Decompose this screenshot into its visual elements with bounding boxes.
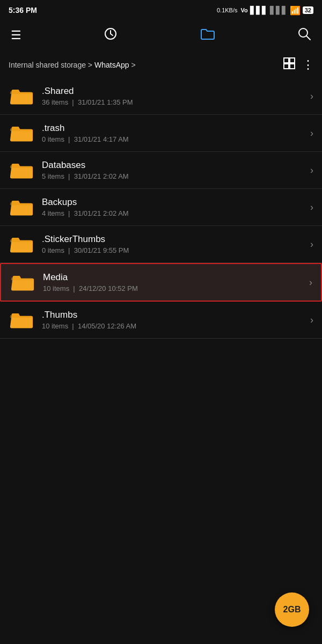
breadcrumb: Internal shared storage > WhatsApp > [9, 61, 283, 69]
chevron-right-icon: › [310, 165, 313, 176]
folder-icon-wrap [9, 157, 34, 183]
search-icon[interactable] [297, 27, 311, 44]
battery-icon: 32 [303, 6, 313, 14]
svg-rect-4 [290, 58, 295, 63]
folder-name: .trash [42, 123, 306, 134]
chevron-right-icon: › [310, 239, 313, 250]
folder-icon [10, 232, 33, 256]
folder-icon-wrap [9, 194, 34, 220]
chevron-right-icon: › [310, 202, 313, 213]
folder-icon-wrap [9, 120, 34, 146]
fab-label: 2GB [283, 605, 301, 614]
folder-info: .Shared 36 items | 31/01/21 1:35 PM [42, 86, 306, 106]
more-options-icon[interactable]: ⋮ [302, 58, 313, 72]
menu-icon[interactable]: ☰ [11, 28, 21, 42]
folder-info: Databases 5 items | 31/01/21 2:02 AM [42, 160, 306, 180]
svg-rect-6 [290, 64, 295, 69]
storage-fab[interactable]: 2GB [275, 592, 309, 627]
folder-icon [10, 121, 33, 145]
folder-item[interactable]: .Thumbs 10 items | 14/05/20 12:26 AM › [0, 302, 322, 339]
svg-rect-3 [284, 58, 289, 63]
grid-view-icon[interactable] [283, 57, 296, 72]
status-time: 5:36 PM [9, 6, 37, 14]
chevron-right-icon: › [309, 277, 312, 288]
breadcrumb-root[interactable]: Internal shared storage [9, 61, 86, 69]
folder-item[interactable]: .Shared 36 items | 31/01/21 1:35 PM › [0, 78, 322, 115]
folder-item[interactable]: Media 10 items | 24/12/20 10:52 PM › [0, 263, 322, 302]
folder-info: .StickerThumbs 0 items | 30/01/21 9:55 P… [42, 234, 306, 254]
folder-meta: 0 items | 30/01/21 9:55 PM [42, 246, 306, 254]
network-type: Vo [241, 7, 248, 13]
folder-icon [10, 308, 33, 332]
folder-icon-wrap [9, 231, 34, 257]
folder-info: Media 10 items | 24/12/20 10:52 PM [43, 272, 305, 292]
breadcrumb-row: Internal shared storage > WhatsApp > ⋮ [0, 52, 322, 78]
folder-meta: 10 items | 14/05/20 12:26 AM [42, 322, 306, 330]
folder-icon [10, 158, 33, 182]
history-icon[interactable] [104, 27, 118, 44]
folder-item[interactable]: .StickerThumbs 0 items | 30/01/21 9:55 P… [0, 226, 322, 263]
folder-item[interactable]: .trash 0 items | 31/01/21 4:17 AM › [0, 115, 322, 152]
svg-line-2 [306, 36, 310, 40]
folder-meta: 0 items | 31/01/21 4:17 AM [42, 135, 306, 143]
chevron-right-icon: › [310, 314, 313, 326]
chevron-right-icon: › [310, 91, 313, 102]
signal-icon2: ▋▋▋ [270, 6, 288, 14]
folder-name: .StickerThumbs [42, 234, 306, 245]
svg-rect-5 [284, 64, 289, 69]
folder-icon-wrap [9, 307, 34, 333]
folder-name: Databases [42, 160, 306, 171]
folder-icon [11, 270, 34, 294]
toolbar: ☰ [0, 19, 322, 52]
folder-meta: 36 items | 31/01/21 1:35 PM [42, 98, 306, 106]
folder-icon-wrap [9, 83, 34, 109]
folder-name: .Thumbs [42, 310, 306, 320]
folder-list: .Shared 36 items | 31/01/21 1:35 PM › .t… [0, 78, 322, 339]
wifi-icon: 📶 [290, 5, 301, 16]
folder-info: Backups 4 items | 31/01/21 2:02 AM [42, 197, 306, 217]
folder-icon [10, 84, 33, 108]
chevron-right-icon: › [310, 128, 313, 139]
folder-name: Media [43, 272, 305, 283]
folder-icon[interactable] [200, 27, 215, 43]
folder-info: .Thumbs 10 items | 14/05/20 12:26 AM [42, 310, 306, 330]
folder-meta: 5 items | 31/01/21 2:02 AM [42, 172, 306, 180]
breadcrumb-actions: ⋮ [283, 57, 313, 72]
breadcrumb-sep2: > [129, 61, 136, 69]
folder-item[interactable]: Backups 4 items | 31/01/21 2:02 AM › [0, 189, 322, 226]
folder-item[interactable]: Databases 5 items | 31/01/21 2:02 AM › [0, 152, 322, 189]
status-bar: 5:36 PM 0.1KB/s Vo ▋▋▋ ▋▋▋ 📶 32 [0, 0, 322, 19]
breadcrumb-sep1: > [86, 61, 94, 69]
folder-icon [10, 195, 33, 219]
signal-icon: ▋▋▋ [250, 6, 268, 14]
breadcrumb-current[interactable]: WhatsApp [94, 61, 129, 69]
folder-info: .trash 0 items | 31/01/21 4:17 AM [42, 123, 306, 143]
network-speed: 0.1KB/s [217, 7, 238, 13]
folder-icon-wrap [10, 269, 35, 295]
folder-meta: 10 items | 24/12/20 10:52 PM [43, 284, 305, 292]
folder-name: Backups [42, 197, 306, 208]
folder-name: .Shared [42, 86, 306, 97]
status-icons: 0.1KB/s Vo ▋▋▋ ▋▋▋ 📶 32 [217, 5, 313, 16]
folder-meta: 4 items | 31/01/21 2:02 AM [42, 209, 306, 217]
